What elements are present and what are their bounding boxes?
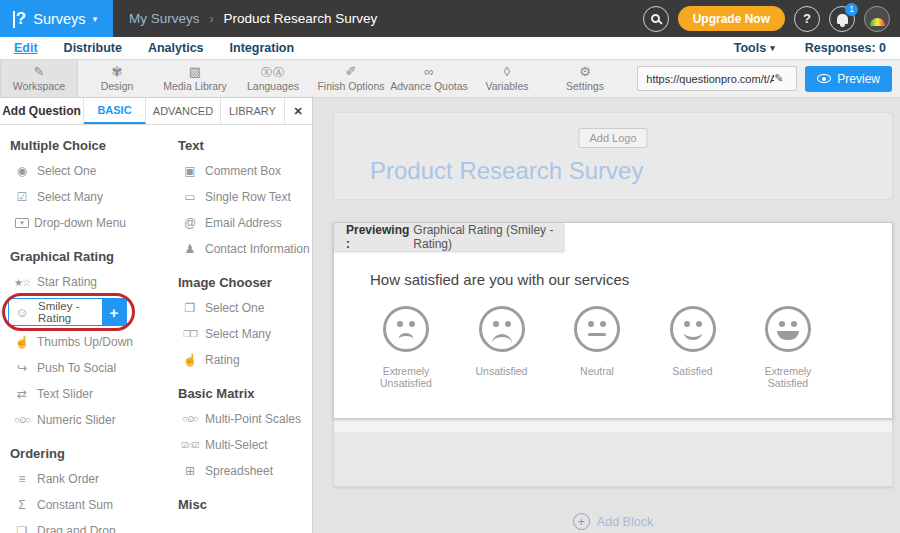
image-select-many-icon: ❐❐ [180, 329, 200, 339]
search-button[interactable] [643, 6, 669, 32]
spreadsheet-icon: ⊞ [180, 464, 200, 478]
preview-button[interactable]: Preview [805, 66, 892, 92]
sidebar-item-thumbs-up-down[interactable]: ☝ Thumbs Up/Down [0, 329, 164, 355]
languages-icon: ⓍⒶ [261, 65, 285, 79]
toolbar-variables-button[interactable]: ◊ Variables [468, 60, 546, 97]
survey-toolbar: ✎ Workspace ✾ Design ▧ Media Library ⓍⒶ … [0, 60, 900, 98]
sidebar-item-comment-box[interactable]: ▣ Comment Box [175, 158, 312, 184]
option-satisfied[interactable]: Satisfied [649, 306, 737, 389]
breadcrumb: My Surveys › Product Research Survey [129, 11, 377, 26]
survey-url-input[interactable] [646, 73, 774, 85]
survey-url-field: ✎ [637, 66, 797, 91]
sidebar-item-single-row-text[interactable]: ▭ Single Row Text [175, 184, 312, 210]
sidebar-item-spreadsheet[interactable]: ⊞ Spreadsheet [175, 458, 312, 484]
rating-icon: ☝ [180, 353, 200, 367]
section-misc: Misc [178, 497, 312, 512]
sidebar-item-contact-information[interactable]: ♟ Contact Information [175, 236, 312, 262]
sidebar-item-push-to-social[interactable]: ↪ Push To Social [0, 355, 164, 381]
sidebar-item-drag-and-drop[interactable]: ❏ Drag and Drop [0, 518, 164, 533]
topbar: ? Surveys ▾ My Surveys › Product Researc… [0, 0, 900, 37]
tab-advanced[interactable]: ADVANCED [146, 98, 221, 124]
chain-links-icon: ∞ [424, 65, 433, 79]
toolbar-media-library-button[interactable]: ▧ Media Library [156, 60, 234, 97]
tab-analytics[interactable]: Analytics [148, 41, 204, 55]
sidebar-item-select-many[interactable]: ☑ Select Many [0, 184, 164, 210]
sidebar-item-email-address[interactable]: @ Email Address [175, 210, 312, 236]
add-block-button[interactable]: + Add Block [333, 513, 893, 530]
toolbar-finish-options-button[interactable]: ✐ Finish Options [312, 60, 390, 97]
close-panel-button[interactable]: ✕ [285, 98, 311, 124]
section-text: Text [178, 138, 312, 153]
toolbar-advance-quotas-button[interactable]: ∞ Advance Quotas [390, 60, 468, 97]
notifications-button[interactable]: 1 [829, 6, 855, 32]
palette-icon: ✾ [112, 65, 123, 79]
previewing-tab: Previewing : Graphical Rating (Smiley - … [334, 223, 564, 252]
add-logo-button[interactable]: Add Logo [578, 128, 647, 148]
plus-circle-icon: + [573, 513, 590, 530]
sidebar-item-smiley-rating[interactable]: ☺ Smiley - Rating + [8, 298, 127, 326]
tab-distribute[interactable]: Distribute [64, 41, 122, 55]
select-one-icon: ◉ [12, 164, 32, 178]
very-happy-smiley-icon [765, 306, 811, 352]
add-question-tabs: Add Question BASIC ADVANCED LIBRARY ✕ [0, 98, 312, 125]
sidebar-item-multi-point-scales[interactable]: ○⊙○ Multi-Point Scales [175, 406, 312, 432]
toolbar-design-button[interactable]: ✾ Design [78, 60, 156, 97]
upgrade-now-button[interactable]: Upgrade Now [678, 6, 785, 31]
notification-badge: 1 [845, 3, 858, 16]
sidebar-item-numeric-slider[interactable]: ○⊙○ Numeric Slider [0, 407, 164, 433]
toolbar-workspace-button[interactable]: ✎ Workspace [0, 60, 78, 97]
breadcrumb-my-surveys[interactable]: My Surveys [129, 11, 200, 26]
section-basic-matrix: Basic Matrix [178, 386, 312, 401]
eye-icon [817, 74, 831, 83]
surveys-menu[interactable]: ? Surveys ▾ [0, 0, 113, 37]
person-icon: ♟ [180, 242, 200, 256]
tab-edit[interactable]: Edit [14, 41, 38, 55]
sidebar-item-select-one[interactable]: ◉ Select One [0, 158, 164, 184]
sidebar-item-text-slider[interactable]: ⇄ Text Slider [0, 381, 164, 407]
option-extremely-satisfied[interactable]: Extremely Satisfied [744, 306, 832, 389]
add-question-header: Add Question [0, 98, 84, 124]
tools-menu[interactable]: Tools ▾ [734, 41, 775, 55]
sidebar-item-rank-order[interactable]: ≡ Rank Order [0, 466, 164, 492]
comment-box-icon: ▣ [180, 164, 200, 178]
option-unsatisfied[interactable]: Unsatisfied [458, 306, 546, 389]
tab-integration[interactable]: Integration [230, 41, 295, 55]
sidebar-item-multi-select[interactable]: ☑○☑ Multi-Select [175, 432, 312, 458]
breadcrumb-separator: › [210, 12, 214, 26]
questionpro-logo-icon: ? [16, 9, 26, 29]
sidebar-item-image-select-many[interactable]: ❐❐ Select Many [175, 321, 312, 347]
question-mark-icon: ? [803, 11, 811, 26]
image-icon: ▧ [189, 65, 201, 79]
happy-smiley-icon [670, 306, 716, 352]
toolbar-settings-button[interactable]: ⚙ Settings [546, 60, 624, 97]
topbar-actions: Upgrade Now ? 1 [643, 6, 890, 32]
sidebar-item-image-rating[interactable]: ☝ Rating [175, 347, 312, 373]
workspace-icon: ✎ [34, 65, 45, 79]
main-nav: Edit Distribute Analytics Integration To… [0, 37, 900, 60]
option-extremely-unsatisfied[interactable]: Extremely Unsatisfied [362, 306, 450, 389]
product-menu-label: Surveys [33, 11, 85, 27]
numbered-list-icon: ≡ [12, 472, 32, 486]
sidebar-item-image-select-one[interactable]: ❐ Select One [175, 295, 312, 321]
help-button[interactable]: ? [794, 6, 820, 32]
section-graphical-rating: Graphical Rating [10, 249, 164, 264]
add-question-panel: Add Question BASIC ADVANCED LIBRARY ✕ Mu… [0, 98, 313, 533]
multi-point-scales-icon: ○⊙○ [180, 414, 200, 424]
at-sign-icon: @ [180, 216, 200, 230]
option-neutral[interactable]: Neutral [553, 306, 641, 389]
toolbar-languages-button[interactable]: ⓍⒶ Languages [234, 60, 312, 97]
section-image-chooser: Image Chooser [178, 275, 312, 290]
section-ordering: Ordering [10, 446, 164, 461]
edit-url-pencil-icon[interactable]: ✎ [774, 72, 783, 85]
tab-library[interactable]: LIBRARY [221, 98, 285, 124]
survey-title[interactable]: Product Research Survey [370, 157, 643, 185]
tab-basic[interactable]: BASIC [84, 98, 146, 124]
sidebar-item-constant-sum[interactable]: Σ Constant Sum [0, 492, 164, 518]
sidebar-item-star-rating[interactable]: ★☆ Star Rating [0, 269, 164, 295]
add-smiley-question-button[interactable]: + [102, 299, 126, 325]
sidebar-item-drop-down-menu[interactable]: ▼ Drop-down Menu [0, 210, 164, 236]
breadcrumb-current-survey: Product Research Survey [224, 11, 378, 26]
user-avatar[interactable] [864, 6, 890, 32]
multi-select-icon: ☑○☑ [180, 440, 200, 450]
image-select-one-icon: ❐ [180, 301, 200, 315]
